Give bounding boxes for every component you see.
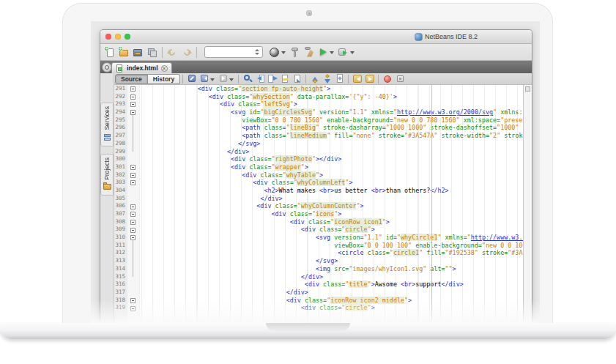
config-combobox[interactable] [204,46,263,58]
tab-close-icon[interactable]: × [161,65,168,72]
line-number: 314 [114,265,127,273]
code-line[interactable]: </div> [140,289,523,297]
record-macro-icon[interactable] [382,73,393,84]
fold-toggle[interactable] [130,165,136,170]
find-select-icon[interactable] [292,73,303,84]
code-line[interactable]: <path class="lineBig" stroke-dasharray="… [140,124,523,132]
code-line[interactable]: </div> [140,195,523,203]
code-line[interactable]: <div class="iconRow icon2 middle"> [140,297,523,305]
code-line[interactable]: <div class="wrapper"> [140,163,523,171]
code-line[interactable]: <div class="title">Awsome <br>support</d… [140,281,523,289]
history-view-button[interactable]: History [148,74,180,84]
fold-toggle[interactable] [130,180,136,185]
code-line[interactable]: <div class="whyColumnLeft"> [140,179,523,187]
sidebar-tab-projects[interactable]: Projects [100,154,114,196]
zoom-window-button[interactable] [125,34,130,40]
new-file-icon[interactable] [104,46,116,59]
error-stripe-badge [525,86,530,92]
source-view-button[interactable]: Source [115,74,148,84]
laptop-base-notch [266,323,350,331]
code-line[interactable]: </svg> [140,257,523,265]
line-number: 316 [114,281,127,289]
dropdown-caret-icon[interactable] [281,51,286,54]
build-icon[interactable] [289,46,301,59]
line-number: 297 [114,132,127,140]
dropdown-caret-icon[interactable] [210,78,215,81]
browser-globe-icon[interactable] [268,46,281,59]
code-line[interactable]: <div class="circle"> [140,226,523,234]
next-occurrence-icon[interactable] [322,73,333,84]
find-icon[interactable] [242,73,253,84]
find-next-icon[interactable] [267,73,278,84]
fold-toggle[interactable] [130,298,136,303]
dropdown-caret-icon[interactable] [229,78,234,81]
code-line[interactable]: <h2>What makes <br>us better <br>than ot… [140,187,523,195]
line-number: 311 [114,242,127,250]
toolbar-separator [348,75,349,83]
code-line[interactable]: <div class="whySection" data-parallax='{… [140,93,523,101]
code-line[interactable]: viewBox="0 0 780 1560" enable-background… [140,116,523,125]
code-line[interactable]: <img src="images/whyIcon1.svg" alt=""> [140,265,523,273]
stop-macro-icon[interactable] [394,73,406,84]
undo-icon[interactable] [166,46,179,59]
dropdown-caret-icon[interactable] [350,51,355,54]
editor-group-button[interactable] [102,62,112,73]
fold-toggle[interactable] [130,306,136,311]
code-line[interactable]: <div class="section fp-auto-height"> [140,85,523,93]
run-icon[interactable] [316,46,329,59]
minimize-window-button[interactable] [115,34,121,40]
new-project-icon[interactable] [118,46,130,59]
code-line[interactable]: <circle class="circle1" fill="#192538" s… [140,249,523,257]
fold-toggle[interactable] [130,86,136,92]
last-edit-icon[interactable] [186,73,198,84]
code-line[interactable]: </div> [140,273,523,281]
fold-toggle[interactable] [130,220,136,225]
code-line[interactable]: <div class="whyTable"> [140,171,523,179]
find-highlight-icon[interactable] [279,73,291,84]
code-editor[interactable]: <div class="section fp-auto-height"> <di… [140,85,523,323]
back-icon[interactable] [198,73,210,84]
code-line[interactable]: <svg id="bigCirclesSvg" version="1.1" xm… [140,108,523,116]
fold-toggle[interactable] [130,235,136,240]
line-number: 319 [114,304,127,312]
shift-left-icon[interactable] [352,73,363,84]
line-number: 308 [114,218,127,226]
fold-toggle[interactable] [130,204,136,209]
fold-toggle[interactable] [130,102,136,107]
fold-toggle[interactable] [130,110,136,115]
close-window-button[interactable] [105,34,111,40]
code-line[interactable]: <svg version="1.1" id="whyCircle1" xmlns… [140,234,523,242]
line-number: 299 [114,148,127,156]
shift-right-icon[interactable] [364,73,376,84]
window-title-group: NetBeans IDE 8.2 [415,30,478,43]
open-project-icon[interactable] [132,46,144,59]
code-line[interactable]: </svg> [140,140,523,148]
code-line[interactable]: </div> [140,148,523,156]
fold-toggle[interactable] [130,212,136,217]
redo-icon[interactable] [180,46,193,59]
fold-toggle[interactable] [130,173,136,178]
code-line[interactable]: <div class="circle"> [140,304,523,312]
line-number: 304 [114,187,127,195]
code-line[interactable]: <div class="iconRow icon1"> [140,218,523,226]
save-all-icon[interactable] [146,46,158,59]
debug-icon[interactable] [337,46,349,59]
find-prev-icon[interactable] [254,73,266,84]
code-line[interactable]: <div class="whyColumnCenter"> [140,202,523,210]
prev-occurrence-icon[interactable] [309,73,321,84]
dropdown-caret-icon[interactable] [330,51,334,54]
code-line[interactable]: <path class="lineMedium" fill="none" str… [140,132,523,140]
sidebar-tab-services[interactable]: Services [100,103,114,146]
code-line[interactable]: <div class="rightPhoto"></div> [140,155,523,163]
code-line[interactable]: <div class="leftSvg"> [140,100,523,108]
code-line[interactable]: viewBox="0 0 100 100" enable-background=… [140,242,523,250]
clean-build-icon[interactable] [303,46,315,59]
toggle-bookmark-icon[interactable] [334,73,346,84]
line-number: 309 [114,226,127,234]
code-line[interactable]: <div class="icons"> [140,210,523,218]
forward-icon[interactable] [218,73,229,84]
tab-index-html[interactable]: index.html × [111,62,172,73]
fold-toggle[interactable] [130,228,136,233]
fold-toggle[interactable] [130,94,136,100]
line-number: 295 [114,116,127,125]
